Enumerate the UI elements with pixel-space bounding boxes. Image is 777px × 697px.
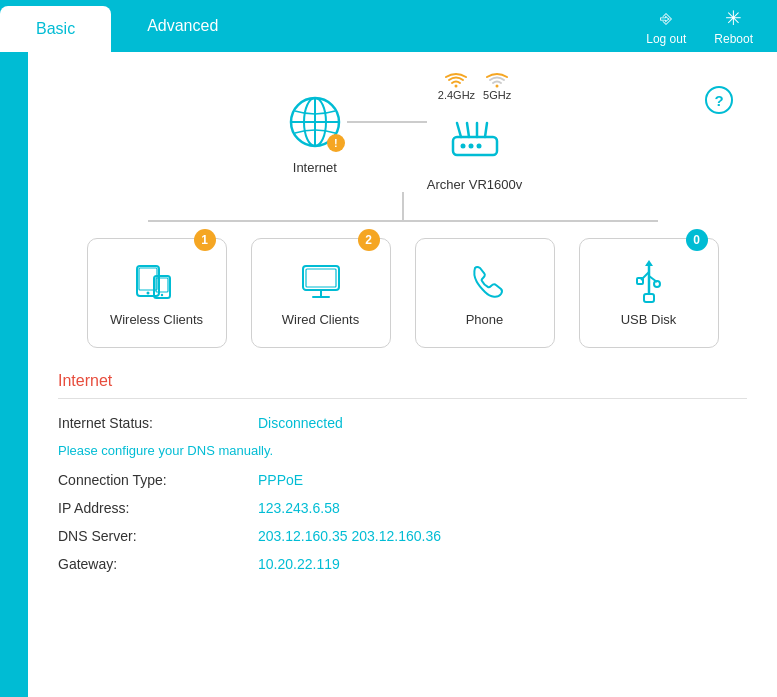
tab-basic[interactable]: Basic [0,6,111,52]
bottom-devices-row: 1 [58,220,747,348]
usb-disk-badge: 0 [686,229,708,251]
wifi-5-badge: 5GHz [483,72,511,101]
body-row: ? [0,52,777,697]
wired-clients-icon [299,260,343,304]
svg-rect-4 [453,137,497,155]
sidebar [0,52,28,697]
connection-type-row: Connection Type: PPPoE [58,472,747,488]
svg-line-6 [467,123,469,137]
usb-disk-icon [627,260,671,304]
status-row: Internet Status: Disconnected [58,415,747,431]
reboot-button[interactable]: ✳ Reboot [700,6,767,46]
svg-point-11 [476,144,481,149]
wireless-clients-label: Wireless Clients [110,312,203,327]
network-diagram: ! Internet [58,72,747,348]
svg-line-8 [485,123,487,137]
router-down-connector [402,192,404,220]
svg-rect-16 [156,278,168,292]
wifi-24-badge: 2.4GHz [438,72,475,101]
wireless-clients-icon [135,260,179,304]
svg-marker-27 [645,260,653,266]
section-divider [58,398,747,399]
router-icon [447,119,503,163]
svg-point-10 [468,144,473,149]
logout-button[interactable]: ⎆ Log out [632,7,700,46]
svg-line-5 [457,123,461,137]
router-icon-wrap [443,109,507,173]
usb-disk-label: USB Disk [621,312,677,327]
svg-rect-19 [306,269,336,287]
connection-type-label: Connection Type: [58,472,258,488]
wired-clients-badge: 2 [358,229,380,251]
wifi-badges: 2.4GHz 5GHz [438,72,511,101]
svg-point-17 [160,293,162,295]
header: Basic Advanced ⎆ Log out ✳ Reboot [0,0,777,52]
phone-label: Phone [466,312,504,327]
dns-label: DNS Server: [58,528,258,544]
internet-warning-badge: ! [327,134,345,152]
wifi-24-icon [445,72,467,88]
wireless-clients-card[interactable]: 1 [87,238,227,348]
ip-label: IP Address: [58,500,258,516]
svg-rect-24 [637,278,643,284]
logout-icon: ⎆ [660,7,672,30]
wireless-clients-badge: 1 [194,229,216,251]
internet-label: Internet [293,160,337,175]
router-label: Archer VR1600v [427,177,522,192]
internet-section: Internet Internet Status: Disconnected P… [58,372,747,572]
reboot-icon: ✳ [725,6,742,30]
router-area: 2.4GHz 5GHz [427,72,522,192]
dns-warning: Please configure your DNS manually. [58,443,747,458]
gateway-value: 10.20.22.119 [258,556,340,572]
gateway-label: Gateway: [58,556,258,572]
svg-point-14 [146,291,149,294]
diagram-center: 1 [58,192,747,348]
internet-icon-wrap: ! [283,90,347,154]
internet-node: ! Internet [283,90,347,175]
status-label: Internet Status: [58,415,258,431]
tab-advanced[interactable]: Advanced [111,0,254,52]
phone-card[interactable]: Phone [415,238,555,348]
phone-icon [463,260,507,304]
usb-disk-card[interactable]: 0 [579,238,719,348]
svg-rect-18 [303,266,339,290]
wired-clients-label: Wired Clients [282,312,359,327]
ip-value: 123.243.6.58 [258,500,340,516]
svg-point-9 [460,144,465,149]
internet-router-connector [347,121,427,123]
dns-value: 203.12.160.35 203.12.160.36 [258,528,441,544]
diagram-top-row: ! Internet [58,72,747,192]
devices-hbar [148,220,658,222]
header-actions: ⎆ Log out ✳ Reboot [632,0,777,52]
internet-section-title: Internet [58,372,747,390]
status-value: Disconnected [258,415,343,431]
app-container: Basic Advanced ⎆ Log out ✳ Reboot ? [0,0,777,697]
connection-type-value: PPPoE [258,472,303,488]
svg-point-26 [654,281,660,287]
ip-row: IP Address: 123.243.6.58 [58,500,747,516]
wifi-5-icon [486,72,508,88]
gateway-row: Gateway: 10.20.22.119 [58,556,747,572]
dns-row: DNS Server: 203.12.160.35 203.12.160.36 [58,528,747,544]
svg-rect-28 [644,294,654,302]
main-content: ? [28,52,777,697]
wired-clients-card[interactable]: 2 Wired Clients [251,238,391,348]
